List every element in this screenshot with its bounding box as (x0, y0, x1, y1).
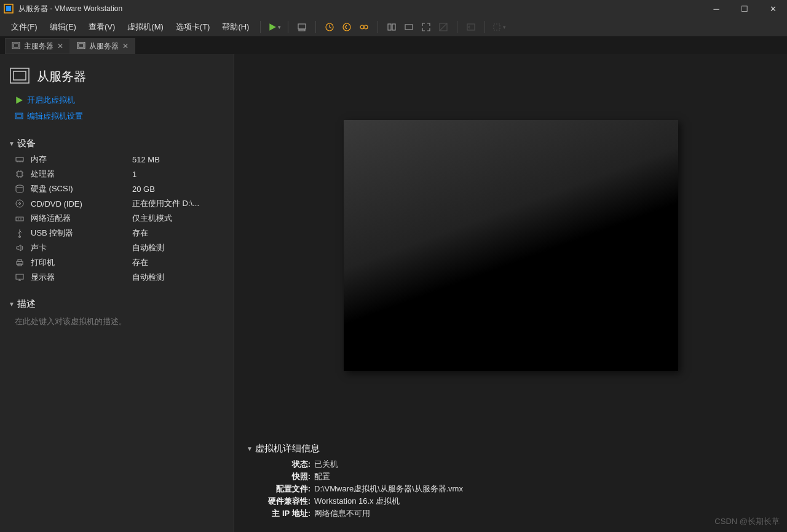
svg-rect-11 (405, 25, 413, 30)
manage-snapshots-button[interactable] (355, 18, 373, 36)
chevron-down-icon: ▾ (278, 24, 281, 30)
tab-label: 主服务器 (24, 41, 53, 52)
svg-point-27 (16, 200, 23, 207)
menu-edit[interactable]: 编辑(E) (44, 19, 82, 35)
single-view-button[interactable] (400, 18, 417, 36)
tab-slave-server[interactable]: 从服务器 ✕ (70, 38, 135, 54)
tab-label: 从服务器 (89, 41, 119, 52)
disk-icon (15, 184, 25, 194)
network-icon (15, 213, 25, 223)
console-button[interactable] (462, 18, 480, 36)
svg-rect-9 (388, 24, 391, 30)
svg-point-28 (19, 203, 21, 205)
state-value: 已关机 (314, 459, 338, 470)
device-cd[interactable]: CD/DVD (IDE)正在使用文件 D:\... (0, 196, 234, 211)
svg-rect-18 (79, 44, 84, 47)
svg-rect-20 (14, 71, 26, 80)
device-sound[interactable]: 声卡自动检测 (0, 240, 234, 255)
menu-view[interactable]: 查看(V) (82, 19, 121, 35)
device-cpu[interactable]: 处理器1 (0, 167, 234, 181)
svg-point-26 (16, 185, 23, 188)
revert-snapshot-button[interactable] (338, 18, 355, 36)
device-display[interactable]: 显示器自动检测 (0, 270, 234, 285)
svg-rect-32 (18, 260, 22, 261)
thumbnail-view-button[interactable] (383, 18, 400, 36)
memory-icon (15, 154, 25, 164)
main-panel: ▼虚拟机详细信息 状态:已关机 快照:配置 配置文件:D:\VMware虚拟机\… (234, 54, 787, 532)
svg-rect-1 (6, 6, 11, 11)
cd-icon (15, 199, 25, 208)
maximize-button[interactable]: ☐ (730, 0, 759, 17)
unity-button[interactable] (435, 18, 452, 36)
settings-icon (15, 112, 23, 121)
state-label: 状态: (259, 459, 314, 470)
menu-help[interactable]: 帮助(H) (216, 19, 255, 35)
config-label: 配置文件: (259, 483, 314, 494)
cpu-icon (15, 169, 25, 179)
svg-point-8 (364, 25, 368, 29)
snapshot-label: 快照: (259, 471, 314, 482)
svg-marker-2 (269, 23, 276, 31)
svg-rect-10 (392, 24, 395, 30)
app-icon (4, 4, 14, 14)
hw-value: Workstation 16.x 虚拟机 (314, 496, 400, 507)
sound-icon (15, 243, 25, 253)
vm-details: ▼虚拟机详细信息 状态:已关机 快照:配置 配置文件:D:\VMware虚拟机\… (234, 437, 787, 532)
ip-value: 网络信息不可用 (314, 508, 370, 519)
close-icon[interactable]: ✕ (57, 42, 63, 50)
titlebar: 从服务器 - VMware Workstation ─ ☐ ✕ (0, 0, 787, 17)
tab-main-server[interactable]: 主服务器 ✕ (5, 38, 70, 54)
preview-area (234, 54, 787, 437)
display-icon (15, 272, 25, 282)
power-on-link[interactable]: 开启此虚拟机 (0, 92, 234, 108)
device-memory[interactable]: 内存512 MB (0, 152, 234, 167)
usb-icon (15, 228, 25, 238)
device-printer[interactable]: 打印机存在 (0, 255, 234, 270)
svg-point-6 (343, 23, 350, 31)
stretch-button[interactable]: ▾ (490, 18, 507, 36)
sidebar: 从服务器 开启此虚拟机 编辑虚拟机设置 ▼设备 内存512 MB 处理器1 硬盘… (0, 54, 234, 532)
svg-marker-21 (16, 97, 22, 104)
svg-rect-4 (299, 30, 305, 31)
action-label: 开启此虚拟机 (27, 95, 75, 106)
vm-icon (77, 42, 85, 50)
device-nic[interactable]: 网络适配器仅主机模式 (0, 211, 234, 226)
menu-file[interactable]: 文件(F) (5, 19, 44, 35)
send-ctrl-alt-del-button[interactable] (293, 18, 310, 36)
svg-rect-14 (494, 24, 500, 30)
svg-rect-23 (17, 114, 22, 117)
svg-rect-34 (16, 274, 23, 279)
svg-rect-29 (16, 217, 23, 221)
close-button[interactable]: ✕ (759, 0, 787, 17)
description-section-title[interactable]: ▼描述 (0, 296, 234, 312)
content: 从服务器 开启此虚拟机 编辑虚拟机设置 ▼设备 内存512 MB 处理器1 硬盘… (0, 54, 787, 532)
config-value: D:\VMware虚拟机\从服务器\从服务器.vmx (314, 483, 463, 494)
vm-icon (9, 65, 31, 87)
close-icon[interactable]: ✕ (122, 42, 129, 50)
svg-rect-25 (17, 172, 22, 177)
printer-icon (15, 258, 25, 268)
vm-preview[interactable] (344, 120, 678, 371)
description-input[interactable]: 在此处键入对该虚拟机的描述。 (0, 312, 234, 331)
details-title[interactable]: ▼虚拟机详细信息 (247, 443, 775, 458)
fullscreen-button[interactable] (417, 18, 435, 36)
power-on-button[interactable]: ▾ (266, 18, 283, 36)
snapshot-button[interactable] (321, 18, 338, 36)
vm-icon (12, 42, 20, 50)
device-disk[interactable]: 硬盘 (SCSI)20 GB (0, 181, 234, 196)
device-usb[interactable]: USB 控制器存在 (0, 226, 234, 240)
window-title: 从服务器 - VMware Workstation (18, 4, 702, 14)
menu-tabs[interactable]: 选项卡(T) (170, 19, 216, 35)
menubar: 文件(F) 编辑(E) 查看(V) 虚拟机(M) 选项卡(T) 帮助(H) ▾ … (0, 17, 787, 37)
tabbar: 主服务器 ✕ 从服务器 ✕ (0, 37, 787, 54)
play-icon (15, 96, 23, 105)
svg-point-7 (360, 25, 364, 29)
svg-rect-16 (14, 44, 18, 47)
action-label: 编辑虚拟机设置 (27, 111, 83, 122)
minimize-button[interactable]: ─ (702, 0, 730, 17)
edit-settings-link[interactable]: 编辑虚拟机设置 (0, 108, 234, 124)
devices-section-title[interactable]: ▼设备 (0, 135, 234, 152)
menu-vm[interactable]: 虚拟机(M) (121, 19, 170, 35)
snapshot-value: 配置 (314, 471, 330, 482)
svg-rect-13 (467, 24, 475, 30)
